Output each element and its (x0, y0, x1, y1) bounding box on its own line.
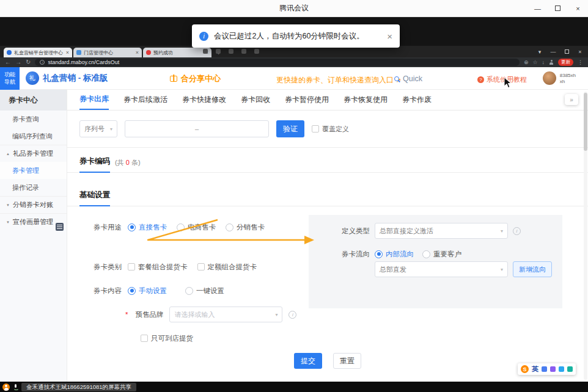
submit-button[interactable]: 提交 (294, 353, 322, 369)
tab-close-icon[interactable]: × (66, 49, 69, 56)
toolbar-icon[interactable] (254, 49, 259, 54)
plugin-icon[interactable] (559, 366, 564, 372)
forward-icon[interactable]: → (15, 59, 21, 65)
tab-card-later-activation[interactable]: 券卡后续激活 (123, 90, 167, 110)
sidebar-item-card-query[interactable]: 券卡查询 (0, 111, 67, 128)
sidebar-item-card-management[interactable]: 券卡管理 (0, 162, 67, 179)
update-badge[interactable]: 更新 (558, 59, 573, 66)
tab-card-void[interactable]: 券卡作废 (402, 90, 432, 110)
presale-brand-select[interactable]: 请选择或输入 ▾ (169, 307, 282, 322)
menu-dots-icon[interactable]: ⋮ (578, 60, 583, 65)
quick-entry-link[interactable]: 更快捷的券卡、订单和快递查询入口 ↗ (276, 75, 401, 85)
chevron-down-icon: ▾ (110, 126, 112, 132)
sidebar-group-distribution-reconcile[interactable]: ▼ 分销券卡对账 (0, 196, 67, 213)
back-icon[interactable]: ← (5, 59, 11, 65)
reset-button[interactable]: 重置 (333, 353, 361, 369)
presenter-avatar-icon (2, 383, 10, 391)
radio-icon (375, 250, 383, 258)
radio-important-customer[interactable]: 重要客户 (422, 250, 461, 259)
tab-favicon (146, 50, 151, 55)
tab-label: 礼盒营销平台管理中心 (14, 49, 64, 56)
quick-entry-label: 更快捷的券卡、订单和快递查询入口 (276, 75, 394, 85)
plugin-icon[interactable] (542, 366, 547, 372)
radio-direct-sale[interactable]: 直接售卡 (128, 223, 167, 232)
toolbar-icon[interactable] (216, 49, 221, 54)
quick-search-label: Quick (403, 74, 422, 83)
radio-internal-flow[interactable]: 内部流向 (375, 250, 414, 259)
radio-ecommerce-sale[interactable]: 电商售卡 (177, 223, 216, 232)
sidebar-panel-toggle-icon[interactable] (56, 223, 64, 231)
define-type-value: 总部直接定义激活 (380, 227, 433, 236)
zoom-icon[interactable]: ⊕ (524, 60, 529, 65)
radio-distribution-sale[interactable]: 分销售卡 (226, 223, 265, 232)
url-bar[interactable]: i standard.maboy.cn/CardsOut (35, 59, 519, 66)
browser-minimize-button[interactable]: — (546, 49, 560, 55)
checkbox-label: 定额组合提货卡 (208, 263, 257, 272)
sidebar-item-label: 券卡查询 (12, 115, 39, 124)
function-nav-toggle[interactable]: 功能 导航 (0, 67, 20, 90)
plugin-icon[interactable] (567, 366, 573, 372)
sidebar-item-code-sequence-query[interactable]: 编码序列查询 (0, 128, 67, 145)
sidebar-item-label: 分销券卡对账 (13, 200, 53, 209)
checkbox-icon (141, 335, 148, 342)
count-suffix: 条) (130, 159, 141, 166)
tab-search-icon[interactable]: ▾ (533, 49, 546, 55)
toolbar-icon[interactable] (203, 49, 208, 54)
help-icon[interactable]: i (513, 227, 521, 235)
define-type-select[interactable]: 总部直接定义激活 ▾ (375, 223, 508, 239)
tab-close-icon[interactable]: × (136, 49, 139, 56)
tab-card-suspend[interactable]: 券卡暂停使用 (285, 90, 329, 110)
user-name: xh (560, 79, 576, 85)
minimize-button[interactable]: — (527, 0, 548, 16)
banner-close-icon[interactable]: × (387, 31, 392, 42)
help-icon[interactable]: i (288, 311, 296, 319)
tab-card-outbound[interactable]: 券卡出库 (79, 90, 109, 110)
radio-icon (177, 223, 185, 231)
serial-range-input[interactable]: – (125, 120, 269, 137)
sidebar-item-operation-log[interactable]: 操作记录 (0, 179, 67, 196)
site-info-icon[interactable]: i (40, 60, 45, 65)
reload-icon[interactable]: ↻ (26, 59, 31, 65)
scrollbar-thumb[interactable] (584, 93, 587, 151)
verify-button[interactable]: 验证 (276, 120, 304, 137)
add-flow-button[interactable]: 新增流向 (513, 261, 552, 277)
sidebar-group-gift-card-mgmt[interactable]: ▲ 礼品券卡管理 (0, 145, 67, 162)
checkbox-combo-pickup-card[interactable]: 套餐组合提货卡 (128, 263, 188, 272)
serial-type-select[interactable]: 序列号 ▾ (79, 120, 117, 137)
close-button[interactable]: × (568, 0, 588, 16)
override-checkbox[interactable]: 覆盖定义 (312, 125, 349, 134)
tab-card-resume[interactable]: 券卡恢复使用 (344, 90, 388, 110)
browser-maximize-button[interactable] (560, 49, 573, 55)
language-badge[interactable]: 英 (532, 365, 538, 374)
toolbar-icon[interactable] (241, 49, 246, 54)
radio-manual-setting[interactable]: 手动设置 (128, 286, 167, 296)
checkbox-store-pickup-only[interactable]: 只可到店提货 (141, 334, 193, 343)
browser-tab-booking[interactable]: 预约成功 × (143, 48, 211, 57)
bookmark-star-icon[interactable]: ☆ (532, 60, 537, 65)
flow-target-select[interactable]: 总部直发 ▾ (375, 261, 508, 277)
browser-close-button[interactable]: × (573, 49, 587, 55)
user-avatar[interactable] (543, 71, 556, 85)
download-icon[interactable]: ↓ (542, 60, 545, 65)
maximize-button[interactable] (548, 0, 568, 16)
scrollbar[interactable] (584, 92, 587, 380)
tab-card-quick-edit[interactable]: 券卡快捷修改 (182, 90, 226, 110)
define-type-label: 定义类型 (340, 227, 370, 236)
browser-tab-store[interactable]: 门店管理中心 × (73, 48, 142, 57)
tutorial-link[interactable]: ? 系统使用教程 (477, 75, 527, 84)
quick-search[interactable]: Quick (394, 74, 422, 83)
plugin-logo-icon[interactable]: S (521, 365, 529, 373)
radio-label: 分销售卡 (237, 223, 265, 232)
checkbox-fixed-combo-pickup-card[interactable]: 定额组合提货卡 (197, 263, 257, 272)
sidebar-item-label: 礼品券卡管理 (13, 149, 53, 158)
expand-tabs-button[interactable]: » (565, 94, 578, 105)
share-center-link[interactable]: 合分享中心 (170, 73, 221, 84)
plugin-icon[interactable] (550, 366, 556, 372)
radio-one-click-setting[interactable]: 一键设置 (185, 286, 224, 296)
count-prefix: (共 (115, 159, 126, 166)
browser-tab-marketing[interactable]: 礼盒营销平台管理中心 × (4, 48, 72, 57)
card-codes-count: (共 0 条) (115, 158, 141, 172)
profile-icon[interactable] (549, 60, 554, 65)
tab-card-recycle[interactable]: 券卡回收 (241, 90, 270, 110)
toolbar-icon[interactable] (229, 49, 233, 54)
